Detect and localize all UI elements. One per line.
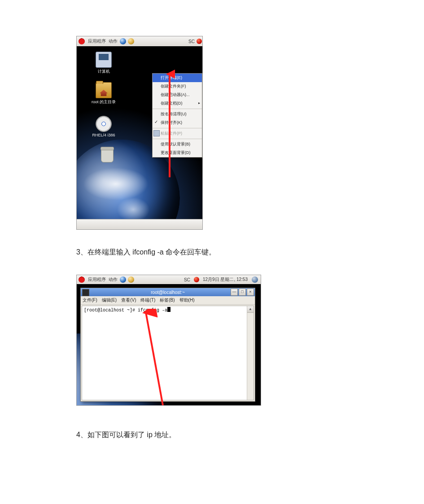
desktop-area: root@localhost:~ — □ × 文件(F) 编辑(E) 查看(V)… — [77, 284, 261, 405]
redhat-icon — [79, 276, 85, 283]
screenshot-terminal: 应用程序 动作 SC 12月9日 星期二, 12:53 root@localho… — [76, 275, 261, 406]
home-folder-icon — [96, 82, 112, 98]
input-method-label[interactable]: SC — [188, 39, 195, 44]
gnome-top-panel: 应用程序 动作 SC — [77, 36, 202, 47]
input-method-label[interactable]: SC — [184, 277, 190, 282]
terminal-icon — [82, 289, 89, 296]
desktop-icon-trash[interactable] — [94, 147, 121, 163]
desktop-icon-label: root 的主目录 — [92, 100, 116, 104]
menu-help[interactable]: 帮助(H) — [179, 297, 195, 303]
menu-file[interactable]: 文件(F) — [83, 297, 97, 303]
panel-menu-applications[interactable]: 应用程序 — [88, 276, 106, 283]
paste-icon — [153, 130, 160, 136]
desktop-icon-computer[interactable]: 计算机 — [90, 52, 117, 75]
terminal-line: [root@localhost ~]# ifconfig -a — [84, 308, 167, 313]
scrollbar[interactable]: ▲ — [247, 306, 254, 400]
panel-menu-actions[interactable]: 动作 — [109, 276, 118, 283]
volume-icon[interactable] — [252, 276, 258, 283]
step-3-text: 3、在终端里输入 ifconfig -a 命令在回车键。 — [76, 245, 345, 259]
menu-separator — [153, 109, 202, 109]
computer-icon — [96, 52, 112, 68]
window-maximize-button[interactable]: □ — [239, 289, 246, 296]
clock[interactable]: 12月9日 星期二, 12:53 — [203, 276, 248, 283]
submenu-arrow-icon: ▸ — [198, 101, 200, 105]
menu-new-folder[interactable]: 创建文件夹(F) — [153, 82, 202, 91]
mail-icon[interactable] — [128, 38, 134, 44]
annotation-arrow — [140, 309, 167, 406]
terminal-body[interactable]: [root@localhost ~]# ifconfig -a ▲ — [82, 306, 254, 400]
screenshot-desktop: 应用程序 动作 SC 计算机 root 的主目录 RHEL/4 i386 — [76, 36, 203, 230]
window-title: root@localhost:~ — [151, 290, 184, 295]
menu-keep-aligned[interactable]: ✓保持对齐(K) — [153, 118, 202, 127]
desktop-area[interactable]: 计算机 root 的主目录 RHEL/4 i386 打开终端(E) 创建文件夹(… — [77, 46, 202, 229]
redhat-icon — [79, 38, 85, 44]
gnome-top-panel: 应用程序 动作 SC 12月9日 星期二, 12:53 — [77, 275, 261, 285]
step-4-text: 4、如下图可以看到了 ip 地址。 — [76, 428, 345, 442]
menu-change-background[interactable]: 更改桌面背景(D) — [153, 149, 202, 157]
menu-edit[interactable]: 编辑(E) — [102, 297, 117, 303]
scroll-up-button[interactable]: ▲ — [247, 306, 254, 313]
menu-open-terminal[interactable]: 打开终端(E) — [153, 74, 202, 82]
panel-menu-actions[interactable]: 动作 — [109, 38, 118, 44]
trash-icon — [101, 148, 114, 162]
menu-new-document[interactable]: 创建文档(D)▸ — [153, 99, 202, 108]
terminal-cursor — [167, 307, 170, 312]
desktop-context-menu: 打开终端(E) 创建文件夹(F) 创建启动器(A)... 创建文档(D)▸ 按名… — [152, 73, 202, 158]
window-minimize-button[interactable]: — — [231, 289, 238, 296]
desktop-icon-label: RHEL/4 i386 — [92, 133, 115, 137]
desktop-icon-label: 计算机 — [98, 69, 110, 74]
menu-paste: 粘贴文件(P) — [153, 129, 202, 138]
check-icon: ✓ — [154, 119, 158, 124]
update-status-icon[interactable] — [197, 39, 202, 44]
desktop-icon-home[interactable]: root 的主目录 — [90, 82, 117, 105]
menu-clean-by-name[interactable]: 按名称清理(U) — [153, 110, 202, 118]
window-close-button[interactable]: × — [247, 289, 254, 296]
cdrom-icon — [96, 116, 112, 132]
menu-view[interactable]: 查看(V) — [121, 297, 136, 303]
terminal-menubar: 文件(F) 编辑(E) 查看(V) 终端(T) 标签(B) 帮助(H) — [81, 296, 255, 305]
menu-new-launcher[interactable]: 创建启动器(A)... — [153, 91, 202, 99]
desktop-icon-cdrom[interactable]: RHEL/4 i386 — [90, 116, 117, 137]
gnome-bottom-panel — [77, 219, 202, 229]
terminal-window[interactable]: root@localhost:~ — □ × 文件(F) 编辑(E) 查看(V)… — [80, 288, 255, 402]
terminal-titlebar[interactable]: root@localhost:~ — □ × — [81, 288, 255, 296]
mail-icon[interactable] — [128, 276, 134, 283]
update-status-icon[interactable] — [194, 277, 199, 282]
menu-separator — [153, 128, 202, 128]
browser-icon[interactable] — [120, 38, 126, 44]
menu-default-background[interactable]: 使用默认背景(B) — [153, 140, 202, 149]
browser-icon[interactable] — [120, 276, 126, 283]
menu-tabs[interactable]: 标签(B) — [160, 297, 175, 303]
svg-line-1 — [146, 312, 163, 405]
panel-menu-applications[interactable]: 应用程序 — [88, 38, 106, 44]
menu-separator — [153, 139, 202, 139]
menu-terminal[interactable]: 终端(T) — [140, 297, 155, 303]
